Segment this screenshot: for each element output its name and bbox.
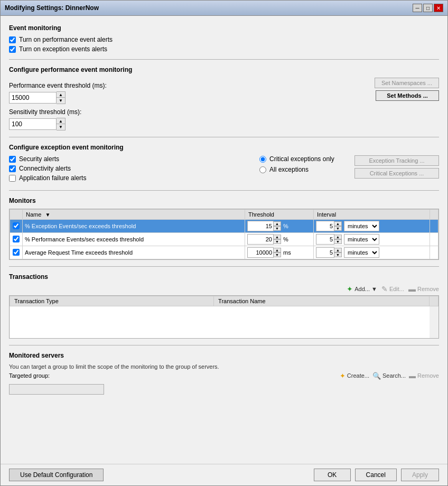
- event-monitoring-title: Event monitoring: [9, 24, 439, 32]
- monitor-row-1-threshold-up[interactable]: ▲: [274, 235, 281, 239]
- use-default-button[interactable]: Use Default Configuration: [9, 469, 104, 481]
- perf-monitoring-layout: Performance event threshold (ms): ▲ ▼ Se…: [9, 78, 439, 130]
- monitor-row-0-interval-up[interactable]: ▲: [334, 221, 342, 226]
- monitor-row-1-interval-up[interactable]: ▲: [334, 235, 342, 239]
- exception-alerts-checkbox[interactable]: [9, 46, 16, 53]
- add-label: Add...: [354, 286, 370, 292]
- monitor-row-0-threshold-down[interactable]: ▼: [274, 226, 281, 231]
- set-namespaces-button[interactable]: Set Namespaces ...: [375, 78, 439, 88]
- monitor-row-2-check-cell: [10, 246, 23, 259]
- create-server-button[interactable]: ✦ Create...: [340, 372, 369, 380]
- sensitivity-spinner-btns: ▲ ▼: [57, 118, 66, 130]
- critical-exceptions-button[interactable]: Critical Exceptions ...: [354, 168, 439, 179]
- monitor-row-0-threshold-input[interactable]: [247, 221, 274, 231]
- col-header-name[interactable]: Name ▼: [23, 210, 245, 220]
- monitor-row-1: % Performance Events/sec exceeds thresho…: [10, 233, 438, 246]
- close-button[interactable]: ✕: [434, 4, 443, 12]
- divider-1: [9, 59, 439, 60]
- connectivity-alerts-label: Connectivity alerts: [19, 165, 71, 172]
- monitor-row-0-threshold-up[interactable]: ▲: [274, 221, 281, 226]
- sensitivity-input[interactable]: [9, 118, 57, 130]
- monitor-row-1-threshold-input[interactable]: [247, 234, 274, 245]
- monitor-row-2: Average Request Time exceeds threshold ▲…: [10, 246, 438, 259]
- search-icon: 🔍: [372, 372, 381, 380]
- appfailure-alerts-checkbox[interactable]: [9, 175, 16, 182]
- search-server-button[interactable]: 🔍 Search...: [372, 372, 406, 380]
- set-methods-button[interactable]: Set Methods ...: [376, 90, 439, 101]
- connectivity-alerts-row: Connectivity alerts: [9, 165, 249, 172]
- remove-transactions-button[interactable]: ▬ Remove: [408, 285, 439, 293]
- name-sort-icon: ▼: [45, 212, 50, 218]
- monitor-row-0-checkbox[interactable]: [13, 222, 20, 229]
- create-label: Create...: [347, 372, 369, 379]
- monitor-row-0-interval: ▲ ▼ minutes seconds hours: [314, 220, 430, 233]
- monitor-row-0-interval-down[interactable]: ▼: [334, 226, 342, 231]
- create-icon: ✦: [340, 372, 346, 380]
- exception-monitoring-section: Configure exception event monitoring Sec…: [9, 144, 439, 184]
- exception-radio-group: Critical exceptions only All exceptions: [249, 155, 354, 173]
- perf-alerts-checkbox[interactable]: [9, 36, 16, 43]
- exception-monitoring-right: Exception Tracking ... Critical Exceptio…: [354, 155, 439, 179]
- monitor-row-2-interval-up[interactable]: ▲: [334, 248, 342, 253]
- monitor-row-1-interval-select[interactable]: minutes seconds hours: [344, 234, 379, 245]
- connectivity-alerts-checkbox[interactable]: [9, 165, 16, 172]
- perf-monitoring-right: Set Namespaces ... Set Methods ...: [354, 78, 439, 101]
- monitor-row-2-threshold-up[interactable]: ▲: [274, 248, 281, 253]
- threshold-down-btn[interactable]: ▼: [57, 98, 65, 104]
- exception-monitoring-left: Security alerts Connectivity alerts Appl…: [9, 155, 249, 184]
- threshold-up-btn[interactable]: ▲: [57, 92, 65, 98]
- edit-icon: ✎: [381, 285, 388, 293]
- remove-label: Remove: [417, 286, 439, 292]
- transactions-empty-row: [10, 306, 438, 338]
- add-dropdown-icon: ▼: [371, 286, 377, 292]
- monitor-row-1-threshold-spinner: ▲ ▼: [274, 235, 281, 244]
- monitors-table: Name ▼ Threshold Interval: [10, 209, 438, 259]
- monitor-row-2-interval-down[interactable]: ▼: [334, 253, 342, 257]
- all-exceptions-radio[interactable]: [259, 166, 266, 173]
- minimize-button[interactable]: ─: [413, 4, 422, 12]
- sensitivity-down-btn[interactable]: ▼: [57, 124, 65, 130]
- exception-monitoring-title: Configure exception event monitoring: [9, 144, 439, 151]
- col-header-interval: Interval: [314, 210, 430, 220]
- monitor-row-2-checkbox[interactable]: [13, 249, 20, 256]
- monitor-row-0-interval-input[interactable]: [316, 221, 334, 231]
- transactions-empty-cell: [10, 306, 430, 338]
- monitors-title: Monitors: [9, 197, 439, 204]
- security-alerts-row: Security alerts: [9, 155, 249, 163]
- critical-exceptions-radio[interactable]: [259, 156, 266, 163]
- sensitivity-up-btn[interactable]: ▲: [57, 118, 65, 124]
- exception-tracking-button[interactable]: Exception Tracking ...: [354, 155, 439, 166]
- remove-server-button[interactable]: ▬ Remove: [409, 372, 439, 380]
- monitor-row-2-threshold-unit: ms: [283, 249, 291, 256]
- monitor-row-1-interval-input[interactable]: [316, 234, 334, 245]
- monitor-row-1-threshold-unit: %: [283, 236, 288, 242]
- monitor-row-2-threshold-down[interactable]: ▼: [274, 253, 281, 257]
- monitor-row-2-interval-select[interactable]: minutes seconds hours: [344, 247, 379, 258]
- monitor-row-0-name: % Exception Events/sec exceeds threshold: [23, 220, 245, 233]
- trans-col-name: Transaction Name: [214, 296, 430, 306]
- add-button[interactable]: ✦ Add... ▼: [347, 285, 377, 293]
- cancel-button[interactable]: Cancel: [355, 469, 397, 481]
- threshold-input[interactable]: [9, 92, 57, 104]
- monitored-servers-title: Monitored servers: [9, 352, 439, 359]
- monitor-row-0-interval-select[interactable]: minutes seconds hours: [344, 221, 379, 231]
- apply-button[interactable]: Apply: [401, 469, 439, 481]
- targeted-group-input[interactable]: [9, 384, 104, 395]
- transactions-table: Transaction Type Transaction Name: [10, 296, 438, 338]
- add-icon: ✦: [347, 285, 353, 293]
- monitor-row-1-interval-down[interactable]: ▼: [334, 239, 342, 244]
- title-bar-buttons: ─ □ ✕: [413, 4, 443, 12]
- monitor-row-2-threshold-input[interactable]: [247, 247, 274, 258]
- ok-button[interactable]: OK: [314, 469, 351, 481]
- remove-server-label: Remove: [417, 372, 439, 379]
- monitor-row-1-checkbox[interactable]: [13, 236, 20, 242]
- remove-server-icon: ▬: [409, 372, 416, 380]
- monitor-row-2-interval-input[interactable]: [316, 247, 334, 258]
- edit-button[interactable]: ✎ Edit...: [381, 285, 404, 293]
- monitor-row-1-threshold-down[interactable]: ▼: [274, 239, 281, 244]
- maximize-button[interactable]: □: [423, 4, 433, 12]
- transactions-title: Transactions: [9, 273, 439, 281]
- appfailure-alerts-label: Application failure alerts: [19, 174, 86, 182]
- monitor-row-0-interval-spinner: ▲ ▼: [334, 221, 342, 231]
- security-alerts-checkbox[interactable]: [9, 156, 16, 163]
